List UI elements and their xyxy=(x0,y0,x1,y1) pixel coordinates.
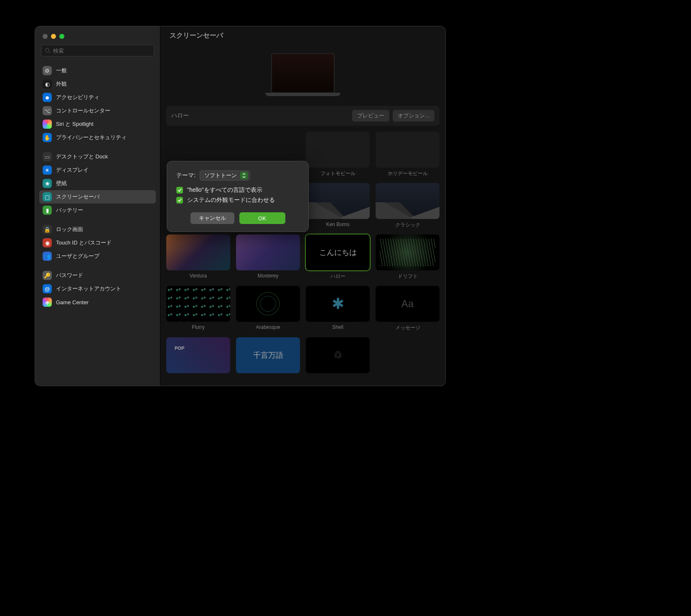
sidebar-item[interactable]: ▮バッテリー xyxy=(39,204,156,217)
sidebar-item-icon: ▢ xyxy=(43,192,52,201)
sidebar-item-icon: ▮ xyxy=(43,206,52,215)
main-content: スクリーンセーバ ハロー プレビュー オプション... フォトモビールホリデーモ… xyxy=(160,26,445,386)
sidebar-item-label: ロック画面 xyxy=(56,226,83,233)
close-window-button[interactable] xyxy=(43,34,48,39)
sidebar-item[interactable]: ◐外観 xyxy=(39,77,156,91)
search-input[interactable] xyxy=(53,48,150,54)
sidebar-item-label: Siri と Spotlight xyxy=(56,120,94,128)
sidebar-item-icon: ⚙ xyxy=(43,66,52,75)
checkbox-checked-icon xyxy=(176,197,183,204)
sidebar-item[interactable]: ⌥コントロールセンター xyxy=(39,104,156,117)
sidebar-item-label: デスクトップと Dock xyxy=(56,153,108,160)
traffic-lights xyxy=(35,32,160,45)
sidebar-item-label: Touch ID とパスコード xyxy=(56,239,112,247)
sidebar-item[interactable]: ◆Game Center xyxy=(39,295,156,309)
sidebar-item[interactable]: ✋プライバシーとセキュリティ xyxy=(39,131,156,144)
sidebar-item-label: Game Center xyxy=(56,299,89,305)
checkbox-label: "hello"をすべての言語で表示 xyxy=(187,186,262,194)
sidebar-item[interactable]: 🔒ロック画面 xyxy=(39,223,156,236)
sidebar-item-icon: ▭ xyxy=(43,152,52,161)
sidebar-item-label: 一般 xyxy=(56,67,67,74)
checkbox-checked-icon xyxy=(176,187,183,193)
sidebar: ⚙一般◐外観☻アクセシビリティ⌥コントロールセンターSiri と Spotlig… xyxy=(35,26,160,386)
sidebar-item-icon xyxy=(43,120,52,129)
cancel-button[interactable]: キャンセル xyxy=(191,212,234,224)
zoom-window-button[interactable] xyxy=(59,34,64,39)
sidebar-item-icon: ◆ xyxy=(43,298,52,307)
sidebar-item-label: 外観 xyxy=(56,80,67,88)
sidebar-item-icon: 👥 xyxy=(43,252,52,261)
checkbox-row-all-languages[interactable]: "hello"をすべての言語で表示 xyxy=(176,186,299,194)
sidebar-item-label: コントロールセンター xyxy=(56,107,110,115)
sidebar-item-label: ディスプレイ xyxy=(56,166,89,174)
sidebar-item-icon: ☻ xyxy=(43,93,52,102)
sidebar-item-label: スクリーンセーバ xyxy=(56,193,99,201)
options-sheet: テーマ: ソフトトーン "hello"をすべての言語で表示 システムの xyxy=(167,161,309,232)
sidebar-item-label: 壁紙 xyxy=(56,180,67,187)
sidebar-item[interactable]: 🔑パスワード xyxy=(39,269,156,282)
sidebar-item[interactable]: @インターネットアカウント xyxy=(39,282,156,295)
sidebar-item-label: インターネットアカウント xyxy=(56,285,121,293)
sidebar-item[interactable]: ⚙一般 xyxy=(39,64,156,77)
sidebar-item[interactable]: ☻アクセシビリティ xyxy=(39,91,156,104)
sidebar-item-label: パスワード xyxy=(56,272,83,279)
chevron-updown-icon xyxy=(240,172,248,179)
svg-point-0 xyxy=(46,48,49,52)
system-settings-window: ⚙一般◐外観☻アクセシビリティ⌥コントロールセンターSiri と Spotlig… xyxy=(35,26,445,386)
sidebar-item-icon: ⌥ xyxy=(43,106,52,115)
sidebar-item-label: アクセシビリティ xyxy=(56,94,99,101)
sidebar-nav: ⚙一般◐外観☻アクセシビリティ⌥コントロールセンターSiri と Spotlig… xyxy=(35,61,160,312)
sidebar-item-icon: ◉ xyxy=(43,238,52,247)
sidebar-item[interactable]: Siri と Spotlight xyxy=(39,117,156,131)
minimize-window-button[interactable] xyxy=(51,34,56,39)
sidebar-item[interactable]: 👥ユーザとグループ xyxy=(39,249,156,263)
sidebar-item-icon: @ xyxy=(43,284,52,293)
theme-label: テーマ: xyxy=(176,172,196,179)
sidebar-item[interactable]: ◉Touch ID とパスコード xyxy=(39,236,156,249)
sidebar-item-icon: ✋ xyxy=(43,133,52,142)
theme-popup[interactable]: ソフトトーン xyxy=(200,171,250,181)
sidebar-item-label: ユーザとグループ xyxy=(56,252,99,260)
sidebar-item[interactable]: ▭デスクトップと Dock xyxy=(39,150,156,163)
svg-line-1 xyxy=(49,52,51,53)
search-field[interactable] xyxy=(41,45,154,56)
checkbox-row-match-appearance[interactable]: システムの外観モードに合わせる xyxy=(176,196,299,204)
ok-button[interactable]: OK xyxy=(239,212,285,224)
sidebar-item-label: プライバシーとセキュリティ xyxy=(56,134,127,141)
theme-popup-value: ソフトトーン xyxy=(204,172,237,179)
sidebar-item[interactable]: ▢スクリーンセーバ xyxy=(39,190,156,204)
sidebar-item[interactable]: ☀ディスプレイ xyxy=(39,163,156,177)
checkbox-label: システムの外観モードに合わせる xyxy=(187,196,275,204)
sidebar-item-icon: ☀ xyxy=(43,165,52,175)
sidebar-item[interactable]: ❀壁紙 xyxy=(39,177,156,190)
search-icon xyxy=(45,48,51,53)
sidebar-item-icon: ❀ xyxy=(43,179,52,188)
sidebar-item-icon: ◐ xyxy=(43,79,52,89)
sidebar-item-icon: 🔒 xyxy=(43,225,52,234)
sidebar-item-label: バッテリー xyxy=(56,206,83,214)
sidebar-item-icon: 🔑 xyxy=(43,271,52,280)
